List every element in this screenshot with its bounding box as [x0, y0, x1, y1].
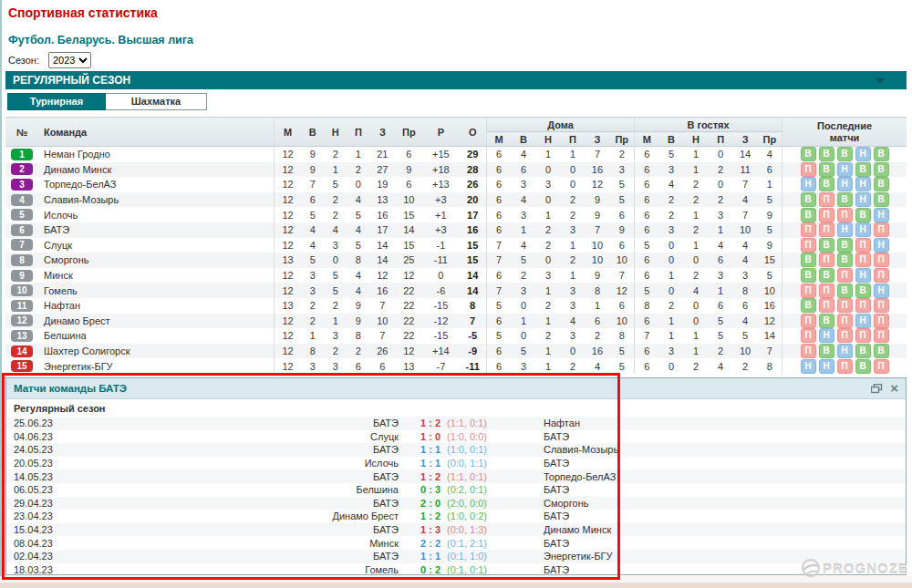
table-row[interactable]: 5Ислочь125251615+117631296621379ВППВН [5, 207, 907, 222]
page-title: Спортивная статистика [8, 5, 158, 20]
watermark-logo: PROGNOZE [799, 557, 908, 579]
table-row[interactable]: 6БАТЭ124441714+3166123796321105ППННП [5, 222, 907, 238]
tab-chessboard[interactable]: Шахматка [106, 93, 207, 110]
away-stat-cell: 3 [733, 268, 758, 284]
away-stat-cell: 6 [635, 268, 659, 284]
form-badge: П [874, 328, 889, 343]
close-icon[interactable]: × [890, 382, 898, 395]
home-stat-cell: 6 [610, 207, 635, 222]
home-stat-cell: 10 [610, 253, 635, 268]
col-header-home: Пр [610, 132, 635, 147]
away-stat-cell: 4 [758, 147, 782, 162]
table-row[interactable]: 4Славия-Мозырь126241310+320640295622245В… [5, 192, 907, 208]
last-matches-cell: ПВПНП [782, 314, 907, 329]
stat-cell: 12 [274, 238, 301, 253]
away-stat-cell: 5 [758, 192, 782, 208]
table-row[interactable]: 8Сморгонь135081425-1115750210106006415ВП… [5, 253, 907, 268]
form-badge: П [819, 222, 834, 237]
form-badge: П [855, 238, 871, 253]
stat-cell: 12 [395, 268, 422, 284]
team-name[interactable]: Динамо Брест [38, 314, 274, 329]
away-stat-cell: 7 [733, 207, 758, 222]
form-badge: В [819, 162, 834, 177]
section-header-bar[interactable]: РЕГУЛЯРНЫЙ СЕЗОН [5, 71, 907, 89]
match-away-team: БАТЭ [544, 458, 569, 469]
table-row[interactable]: 2Динамо Минск12912279+182866001636312116… [5, 162, 907, 178]
stat-cell: 6 [395, 147, 422, 162]
away-stat-cell: 10 [733, 344, 758, 359]
tab-tournament-table[interactable]: Турнирная таблица [7, 93, 106, 110]
team-name[interactable]: Сморгонь [38, 253, 274, 268]
table-row[interactable]: 9Минск123541212014623197612335ВВПНП [5, 268, 907, 284]
last-matches-cell: НВННВ [782, 177, 907, 192]
team-name[interactable]: Динамо Минск [38, 162, 274, 178]
collapse-section-icon[interactable] [876, 78, 885, 84]
col-header-home: П [560, 132, 585, 147]
team-name[interactable]: Белшина [38, 328, 274, 344]
table-row[interactable]: 12Динамо Брест122191022-1276114610610541… [5, 314, 907, 329]
table-row[interactable]: 3Торпедо-БелАЗ12750196+13266330125642071… [5, 177, 907, 192]
team-name[interactable]: Ислочь [38, 207, 274, 222]
position-badge: 6 [11, 224, 33, 236]
match-home-team: Слуцк [98, 431, 399, 442]
stat-cell: 12 [274, 162, 301, 178]
form-badge: В [801, 147, 816, 161]
table-row[interactable]: 15Энергетик-БГУ12336613-7-11631245602428… [5, 358, 907, 374]
form-badge: П [855, 298, 871, 313]
last-matches-cell: ВВПНП [782, 268, 907, 284]
form-badge: В [874, 192, 889, 207]
season-select[interactable]: 2023 [48, 52, 91, 68]
home-stat-cell: 6 [486, 344, 511, 359]
stat-cell: 4 [347, 222, 369, 238]
team-name[interactable]: Нафтан [38, 298, 274, 314]
table-row[interactable]: 13Белшина12138722-15-55023287115514ПНППП [5, 328, 907, 344]
match-score: 1 : 3 [400, 524, 440, 535]
away-stat-cell: 2 [733, 358, 758, 374]
team-name[interactable]: БАТЭ [38, 222, 274, 238]
match-date: 25.06.23 [6, 418, 98, 428]
team-name[interactable]: Минск [38, 268, 274, 284]
stat-cell: 8 [459, 298, 486, 314]
match-away-team: Энергетик-БГУ [544, 551, 613, 562]
table-row[interactable]: 11Нафтан13229722-1585023168206616ВПППП [5, 298, 907, 314]
team-name[interactable]: Славия-Мозырь [38, 192, 274, 208]
position-badge: 1 [11, 149, 33, 160]
form-badge: П [801, 328, 816, 343]
home-stat-cell: 3 [560, 328, 585, 344]
home-stat-cell: 2 [610, 147, 635, 162]
team-name[interactable]: Неман Гродно [38, 147, 274, 162]
stat-cell: 3 [324, 328, 347, 344]
home-stat-cell: 3 [535, 177, 560, 192]
table-row[interactable]: 7Слуцк124351415-1157421106501449ПВВПН [5, 238, 907, 253]
table-row[interactable]: 10Гомель123541622-61473138125041810ППВВН [5, 283, 907, 298]
match-home-team: Динамо Брест [98, 511, 399, 521]
team-name[interactable]: Энергетик-БГУ [38, 358, 274, 374]
form-badge: Н [819, 328, 834, 343]
position-badge: 11 [11, 300, 33, 312]
stat-cell: 9 [301, 147, 324, 162]
team-name[interactable]: Торпедо-БелАЗ [38, 177, 274, 192]
match-away-team: БАТЭ [544, 431, 569, 442]
team-name[interactable]: Гомель [38, 283, 274, 298]
home-stat-cell: 0 [511, 298, 535, 314]
form-badge: П [874, 298, 889, 313]
match-date: 23.04.23 [6, 511, 98, 521]
stat-cell: 5 [301, 253, 324, 268]
stat-cell: 2 [324, 207, 347, 222]
table-row[interactable]: 1Неман Гродно12921216+15296411726510144В… [5, 147, 907, 162]
stat-cell: 3 [301, 268, 324, 284]
stat-cell: 12 [274, 177, 301, 192]
popup-window-icon[interactable] [871, 384, 883, 394]
last-matches-cell: ППННП [782, 222, 907, 238]
match-date: 15.04.23 [6, 524, 98, 535]
stat-cell: 15 [395, 238, 422, 253]
stat-cell: 1 [324, 314, 347, 329]
home-stat-cell: 3 [610, 162, 635, 178]
table-row[interactable]: 14Шахтер Солигорск128222612+14-965101656… [5, 344, 907, 359]
form-badge: В [874, 344, 889, 358]
away-stat-cell: 6 [635, 177, 659, 192]
team-name[interactable]: Шахтер Солигорск [38, 344, 274, 359]
team-name[interactable]: Слуцк [38, 238, 274, 253]
home-stat-cell: 6 [486, 268, 511, 284]
stat-cell: 8 [347, 253, 369, 268]
